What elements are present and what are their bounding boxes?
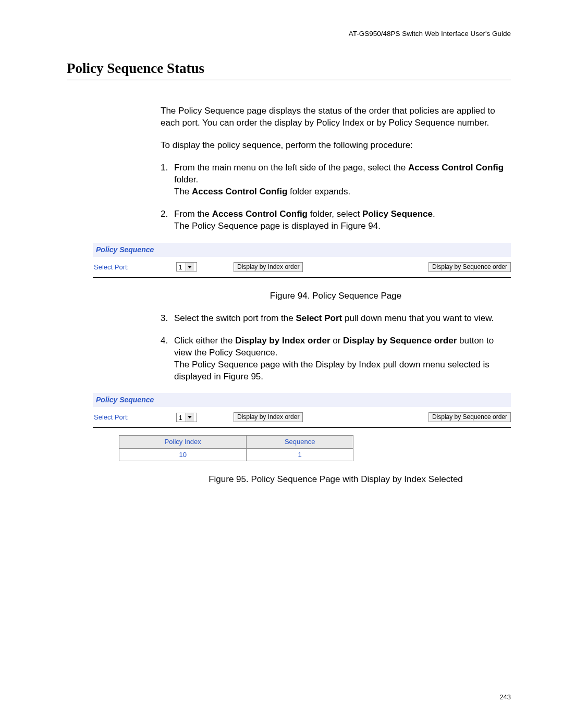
col-sequence: Sequence <box>247 436 353 449</box>
cell-policy-index: 10 <box>119 448 247 461</box>
figure-95-widget: Policy Sequence Select Port: 1 Display b… <box>93 393 511 461</box>
text: Click either the <box>174 336 235 346</box>
bold-text: Select Port <box>296 313 342 323</box>
bold-text: Access Control Config <box>408 163 504 172</box>
policy-table: Policy Index Sequence 10 1 <box>119 435 353 461</box>
step-3: 3. Select the switch port from the Selec… <box>161 313 511 325</box>
text: The Policy Sequence page is displayed in… <box>174 221 381 231</box>
page-number: 243 <box>499 693 511 702</box>
step-text: From the main menu on the left side of t… <box>174 163 504 196</box>
bold-text: Access Control Config <box>192 187 287 196</box>
select-port-dropdown[interactable]: 1 <box>176 413 197 422</box>
text: From the <box>174 209 212 219</box>
header-guide-title: AT-GS950/48PS Switch Web Interface User'… <box>349 29 511 39</box>
chevron-down-icon <box>186 413 194 422</box>
bold-text: Display by Index order <box>235 336 330 346</box>
text: folder, select <box>308 209 362 219</box>
display-by-sequence-button[interactable]: Display by Sequence order <box>429 412 511 422</box>
figure-94-widget: Policy Sequence Select Port: 1 Display b… <box>93 243 511 278</box>
step-2: 2. From the Access Control Config folder… <box>161 208 511 232</box>
step-text: Select the switch port from the Select P… <box>174 313 494 323</box>
widget-title: Policy Sequence <box>93 243 511 257</box>
bold-text: Display by Sequence order <box>343 336 457 346</box>
text: The Policy Sequence page with the Displa… <box>174 360 489 381</box>
display-by-sequence-button[interactable]: Display by Sequence order <box>429 262 511 272</box>
col-policy-index: Policy Index <box>119 436 247 449</box>
select-port-label: Select Port: <box>93 263 176 272</box>
step-text: Click either the Display by Index order … <box>174 336 494 381</box>
step-text: From the Access Control Config folder, s… <box>174 209 435 231</box>
text: The <box>174 187 192 196</box>
bold-text: Access Control Config <box>212 209 308 219</box>
display-by-index-button[interactable]: Display by Index order <box>234 262 303 272</box>
intro-paragraph-2: To display the policy sequence, perform … <box>161 140 511 152</box>
widget-controls-row: Select Port: 1 Display by Index order Di… <box>93 257 511 278</box>
display-by-index-button[interactable]: Display by Index order <box>234 412 303 422</box>
step-number: 4. <box>161 335 168 347</box>
widget-controls-row: Select Port: 1 Display by Index order Di… <box>93 407 511 428</box>
text: Select the switch port from the <box>174 313 296 323</box>
bold-text: Policy Sequence <box>362 209 433 219</box>
text: or <box>331 336 344 346</box>
chevron-down-icon <box>186 263 194 271</box>
figure-95-caption: Figure 95. Policy Sequence Page with Dis… <box>161 474 511 486</box>
intro-paragraph-1: The Policy Sequence page displays the st… <box>161 105 511 129</box>
step-number: 2. <box>161 208 168 220</box>
step-number: 1. <box>161 162 168 174</box>
step-4: 4. Click either the Display by Index ord… <box>161 335 511 383</box>
step-number: 3. <box>161 313 168 325</box>
text: folder. <box>174 175 198 184</box>
widget-title: Policy Sequence <box>93 393 511 407</box>
text: From the main menu on the left side of t… <box>174 163 408 172</box>
step-1: 1. From the main menu on the left side o… <box>161 162 511 198</box>
select-value: 1 <box>177 263 186 271</box>
section-heading: Policy Sequence Status <box>67 59 511 80</box>
select-value: 1 <box>177 413 186 422</box>
text: . <box>433 209 435 219</box>
page-content: Policy Sequence Status The Policy Sequen… <box>67 59 511 496</box>
select-port-dropdown[interactable]: 1 <box>176 262 197 272</box>
table-row: 10 1 <box>119 448 353 461</box>
table-header-row: Policy Index Sequence <box>119 436 353 449</box>
cell-sequence: 1 <box>247 448 353 461</box>
select-port-label: Select Port: <box>93 413 176 422</box>
text: pull down menu that you want to view. <box>342 313 494 323</box>
figure-94-caption: Figure 94. Policy Sequence Page <box>161 290 511 302</box>
text: folder expands. <box>287 187 350 196</box>
